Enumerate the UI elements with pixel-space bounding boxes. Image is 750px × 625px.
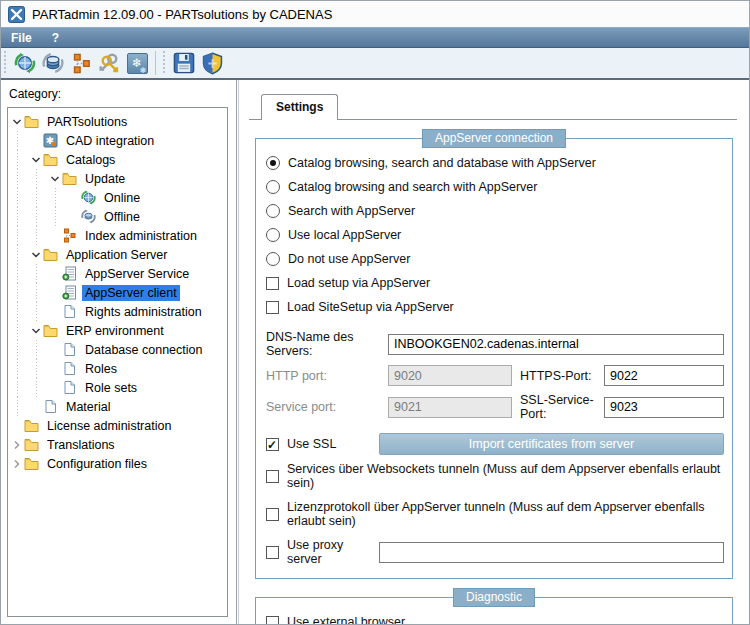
folder-icon — [24, 456, 39, 471]
radio-button[interactable] — [266, 228, 280, 242]
import-certificates-button[interactable]: Import certificates from server — [379, 433, 724, 455]
tree-item-translations[interactable]: Translations — [10, 435, 227, 454]
folder-icon — [24, 114, 39, 129]
toolbar-catalog-update-button[interactable] — [11, 49, 39, 77]
checkbox[interactable] — [266, 546, 279, 559]
radio-use-local-appserver[interactable]: Use local AppServer — [266, 228, 724, 242]
service-port-input — [388, 397, 512, 418]
page-icon — [62, 304, 77, 319]
tree-item-configuration-files[interactable]: Configuration files — [10, 454, 227, 473]
offline-package-icon — [42, 52, 64, 74]
appserver-connection-group: AppServer connection Catalog browsing, s… — [255, 138, 733, 579]
menu-file[interactable]: File — [1, 29, 42, 47]
checkbox-use-proxy[interactable]: Use proxy server — [266, 538, 379, 566]
radio-search-with-appserver[interactable]: Search with AppServer — [266, 204, 724, 218]
tree-item-cad-integration[interactable]: CAD integration — [10, 131, 227, 150]
checkbox[interactable] — [266, 277, 279, 290]
http-port-row: HTTP port: HTTPS-Port: — [266, 365, 724, 386]
panel-splitter[interactable] — [236, 80, 237, 625]
toolbar-grip[interactable] — [3, 51, 8, 75]
tree-item-material[interactable]: Material — [10, 397, 227, 416]
menu-bar: File ? — [1, 27, 749, 48]
page-icon — [62, 361, 77, 376]
tree-item-role-sets[interactable]: Role sets — [10, 378, 227, 397]
radio-button[interactable] — [266, 156, 280, 170]
tree-item-appserver-service[interactable]: AppServer Service — [10, 264, 227, 283]
appserver-connection-group-title: AppServer connection — [422, 129, 566, 148]
ssl-service-port-label: SSL-Service-Port: — [512, 393, 604, 421]
checkbox[interactable] — [266, 508, 279, 521]
folder-icon — [43, 247, 58, 262]
tree-item-update[interactable]: Update — [10, 169, 227, 188]
toolbar-offline-package-button[interactable] — [39, 49, 67, 77]
checkbox-use-ssl[interactable]: Use SSL — [266, 437, 379, 451]
folder-icon — [24, 418, 39, 433]
radio-catalog-browsing-search[interactable]: Catalog browsing and search with AppServ… — [266, 180, 724, 194]
settings-panel: Settings AppServer connection Catalog br… — [239, 80, 749, 625]
toolbar: ❄❄ — [1, 48, 749, 80]
ssl-service-port-input[interactable] — [604, 397, 724, 418]
tree-item-erp-environment[interactable]: ERP environment — [10, 321, 227, 340]
tree-item-online[interactable]: Online — [10, 188, 227, 207]
checkbox[interactable] — [266, 616, 279, 625]
radio-button[interactable] — [266, 180, 280, 194]
online-icon — [81, 190, 96, 205]
tree-item-partsolutions[interactable]: PARTsolutions — [10, 112, 227, 131]
https-port-input[interactable] — [604, 365, 724, 386]
page-icon — [62, 380, 77, 395]
toolbar-security-button[interactable] — [198, 49, 226, 77]
save-floppy-icon — [173, 52, 195, 74]
title-bar: PARTadmin 12.09.00 - PARTsolutions by CA… — [1, 1, 749, 27]
radio-button[interactable] — [266, 252, 280, 266]
checkbox-load-setup[interactable]: Load setup via AppServer — [266, 276, 724, 290]
proxy-server-input[interactable] — [379, 542, 724, 563]
category-panel: Category: PARTsolutions CAD integration … — [1, 80, 234, 625]
tree-item-roles[interactable]: Roles — [10, 359, 227, 378]
checkbox[interactable] — [266, 470, 279, 483]
keys-icon — [98, 52, 121, 75]
appserver-snowflake-icon: ❄❄ — [127, 53, 148, 74]
checkbox-external-browser[interactable]: Use external browser — [266, 615, 724, 625]
radio-catalog-browsing-search-database[interactable]: Catalog browsing, search and database wi… — [266, 156, 724, 170]
checkbox-load-sitesetup[interactable]: Load SiteSetup via AppServer — [266, 300, 724, 314]
checkbox[interactable] — [266, 438, 279, 451]
appserver-service-icon — [62, 266, 77, 281]
toolbar-save-button[interactable] — [170, 49, 198, 77]
checkbox-websocket-tunnel[interactable]: Services über Websockets tunneln (Muss a… — [266, 462, 724, 490]
folder-icon — [24, 437, 39, 452]
toolbar-grip-2[interactable] — [162, 51, 167, 75]
tree-item-application-server[interactable]: Application Server — [10, 245, 227, 264]
toolbar-appserver-button[interactable]: ❄❄ — [123, 49, 151, 77]
tree-item-license-administration[interactable]: License administration — [10, 416, 227, 435]
checkbox-license-tunnel[interactable]: Lizenzprotokoll über AppServer tunneln (… — [266, 500, 724, 528]
security-shield-icon — [201, 52, 224, 75]
folder-icon — [43, 323, 58, 338]
content-area: Category: PARTsolutions CAD integration … — [1, 80, 749, 625]
toolbar-separator — [155, 51, 156, 75]
tree-item-offline[interactable]: Offline — [10, 207, 227, 226]
category-label: Category: — [9, 87, 234, 101]
service-port-label: Service port: — [266, 400, 388, 414]
tab-bar: Settings — [249, 94, 737, 120]
category-tree: PARTsolutions CAD integration Catalogs U… — [7, 107, 228, 617]
app-icon — [8, 6, 25, 23]
proxy-row: Use proxy server — [266, 538, 724, 566]
http-port-input — [388, 365, 512, 386]
radio-do-not-use-appserver[interactable]: Do not use AppServer — [266, 252, 724, 266]
tab-settings[interactable]: Settings — [261, 94, 338, 120]
dns-row: DNS-Name des Servers: — [266, 330, 724, 358]
appserver-client-icon — [62, 285, 77, 300]
tree-item-appserver-client[interactable]: AppServer client — [10, 283, 227, 302]
menu-help[interactable]: ? — [42, 29, 69, 47]
toolbar-index-administration-button[interactable] — [67, 49, 95, 77]
tree-item-catalogs[interactable]: Catalogs — [10, 150, 227, 169]
https-port-label: HTTPS-Port: — [512, 369, 604, 383]
tree-item-database-connection[interactable]: Database connection — [10, 340, 227, 359]
tree-item-index-administration[interactable]: Index administration — [10, 226, 227, 245]
folder-icon — [43, 152, 58, 167]
toolbar-rights-administration-button[interactable] — [95, 49, 123, 77]
checkbox[interactable] — [266, 301, 279, 314]
tree-item-rights-administration[interactable]: Rights administration — [10, 302, 227, 321]
dns-input[interactable] — [388, 334, 724, 355]
radio-button[interactable] — [266, 204, 280, 218]
